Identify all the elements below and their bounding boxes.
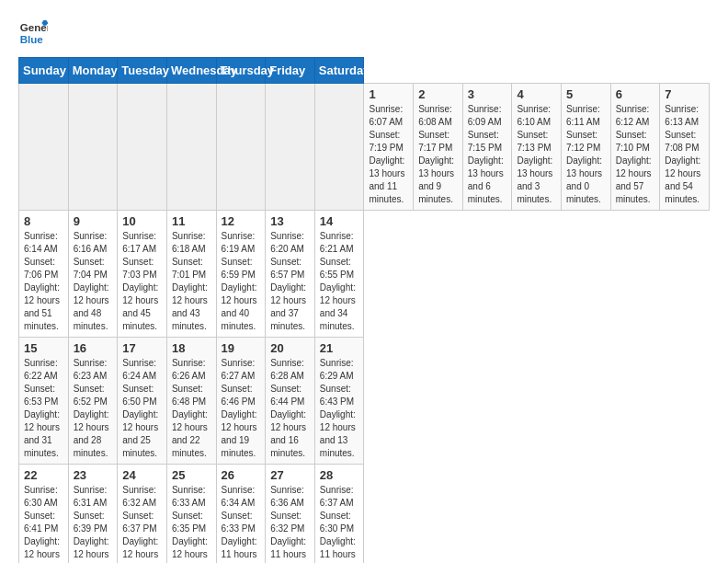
calendar-cell: 1 Sunrise: 6:07 AM Sunset: 7:19 PM Dayli… xyxy=(364,84,414,211)
svg-text:Blue: Blue xyxy=(20,34,44,45)
calendar-week-1: 1 Sunrise: 6:07 AM Sunset: 7:19 PM Dayli… xyxy=(19,84,710,211)
day-number: 27 xyxy=(270,468,310,482)
day-number: 28 xyxy=(320,468,359,482)
calendar-cell: 14 Sunrise: 6:21 AM Sunset: 6:55 PM Dayl… xyxy=(314,211,364,338)
sunset-label: Sunset: 7:19 PM xyxy=(369,130,403,153)
calendar-cell: 24 Sunrise: 6:32 AM Sunset: 6:37 PM Dayl… xyxy=(118,465,167,564)
calendar-cell: 27 Sunrise: 6:36 AM Sunset: 6:32 PM Dayl… xyxy=(266,465,315,564)
calendar-cell: 22 Sunrise: 6:30 AM Sunset: 6:41 PM Dayl… xyxy=(19,465,69,564)
calendar-cell xyxy=(266,84,315,211)
calendar-header-saturday: Saturday xyxy=(314,58,364,84)
daylight-label: Daylight: 12 hours and 19 minutes. xyxy=(222,409,257,458)
calendar-body: 1 Sunrise: 6:07 AM Sunset: 7:19 PM Dayli… xyxy=(19,84,710,564)
daylight-label: Daylight: 12 hours and 25 minutes. xyxy=(122,409,158,458)
day-number: 18 xyxy=(172,341,211,355)
sunset-label: Sunset: 6:35 PM xyxy=(172,511,206,534)
page-header: General Blue xyxy=(18,18,710,48)
day-info: Sunrise: 6:29 AM Sunset: 6:43 PM Dayligh… xyxy=(320,357,359,460)
day-number: 20 xyxy=(270,341,310,355)
calendar-cell: 5 Sunrise: 6:11 AM Sunset: 7:12 PM Dayli… xyxy=(562,84,611,211)
calendar-cell: 16 Sunrise: 6:23 AM Sunset: 6:52 PM Dayl… xyxy=(68,338,118,465)
sunset-label: Sunset: 6:44 PM xyxy=(270,384,304,407)
day-number: 24 xyxy=(122,468,162,482)
sunrise-label: Sunrise: 6:23 AM xyxy=(74,358,108,381)
day-info: Sunrise: 6:18 AM Sunset: 7:01 PM Dayligh… xyxy=(172,230,211,333)
day-number: 10 xyxy=(122,214,162,228)
daylight-label: Daylight: 12 hours and 10 minutes. xyxy=(24,536,60,563)
daylight-label: Daylight: 12 hours and 37 minutes. xyxy=(270,282,306,331)
sunrise-label: Sunrise: 6:14 AM xyxy=(24,231,58,254)
day-info: Sunrise: 6:09 AM Sunset: 7:15 PM Dayligh… xyxy=(468,103,507,206)
sunrise-label: Sunrise: 6:09 AM xyxy=(468,104,502,127)
calendar-week-2: 8 Sunrise: 6:14 AM Sunset: 7:06 PM Dayli… xyxy=(19,211,710,338)
sunrise-label: Sunrise: 6:36 AM xyxy=(270,485,304,508)
calendar-header-tuesday: Tuesday xyxy=(118,58,167,84)
day-number: 3 xyxy=(468,87,507,101)
sunrise-label: Sunrise: 6:07 AM xyxy=(369,104,403,127)
day-info: Sunrise: 6:08 AM Sunset: 7:17 PM Dayligh… xyxy=(418,103,458,206)
daylight-label: Daylight: 12 hours and 34 minutes. xyxy=(320,282,356,331)
day-number: 21 xyxy=(320,341,359,355)
sunset-label: Sunset: 6:33 PM xyxy=(222,511,256,534)
sunset-label: Sunset: 6:43 PM xyxy=(320,384,354,407)
sunset-label: Sunset: 6:53 PM xyxy=(24,384,58,407)
sunrise-label: Sunrise: 6:27 AM xyxy=(222,358,256,381)
sunrise-label: Sunrise: 6:22 AM xyxy=(24,358,58,381)
day-info: Sunrise: 6:22 AM Sunset: 6:53 PM Dayligh… xyxy=(24,357,63,460)
day-number: 15 xyxy=(24,341,63,355)
calendar-header-sunday: Sunday xyxy=(19,58,69,84)
day-number: 22 xyxy=(24,468,63,482)
daylight-label: Daylight: 12 hours and 4 minutes. xyxy=(122,536,158,563)
day-info: Sunrise: 6:37 AM Sunset: 6:30 PM Dayligh… xyxy=(320,484,359,563)
daylight-label: Daylight: 12 hours and 43 minutes. xyxy=(172,282,208,331)
day-info: Sunrise: 6:10 AM Sunset: 7:13 PM Dayligh… xyxy=(517,103,556,206)
daylight-label: Daylight: 12 hours and 31 minutes. xyxy=(24,409,60,458)
daylight-label: Daylight: 13 hours and 11 minutes. xyxy=(369,155,404,204)
calendar-cell xyxy=(166,84,216,211)
day-info: Sunrise: 6:36 AM Sunset: 6:32 PM Dayligh… xyxy=(270,484,310,563)
sunset-label: Sunset: 7:17 PM xyxy=(418,130,452,153)
logo: General Blue xyxy=(18,18,51,48)
calendar-cell: 23 Sunrise: 6:31 AM Sunset: 6:39 PM Dayl… xyxy=(68,465,118,564)
day-info: Sunrise: 6:16 AM Sunset: 7:04 PM Dayligh… xyxy=(74,230,113,333)
daylight-label: Daylight: 13 hours and 0 minutes. xyxy=(566,155,602,204)
calendar-header-thursday: Thursday xyxy=(216,58,266,84)
sunrise-label: Sunrise: 6:24 AM xyxy=(122,358,156,381)
sunrise-label: Sunrise: 6:12 AM xyxy=(616,104,650,127)
day-number: 6 xyxy=(616,87,655,101)
sunrise-label: Sunrise: 6:20 AM xyxy=(270,231,304,254)
calendar-cell: 10 Sunrise: 6:17 AM Sunset: 7:03 PM Dayl… xyxy=(118,211,167,338)
day-number: 8 xyxy=(24,214,63,228)
calendar-cell xyxy=(68,84,118,211)
daylight-label: Daylight: 11 hours and 55 minutes. xyxy=(270,536,306,563)
calendar-cell: 9 Sunrise: 6:16 AM Sunset: 7:04 PM Dayli… xyxy=(68,211,118,338)
calendar-cell: 3 Sunrise: 6:09 AM Sunset: 7:15 PM Dayli… xyxy=(462,84,512,211)
sunrise-label: Sunrise: 6:08 AM xyxy=(418,104,452,127)
sunset-label: Sunset: 7:15 PM xyxy=(468,130,502,153)
calendar-cell: 25 Sunrise: 6:33 AM Sunset: 6:35 PM Dayl… xyxy=(166,465,216,564)
calendar-cell: 8 Sunrise: 6:14 AM Sunset: 7:06 PM Dayli… xyxy=(19,211,69,338)
sunrise-label: Sunrise: 6:30 AM xyxy=(24,485,58,508)
day-number: 2 xyxy=(418,87,458,101)
day-number: 4 xyxy=(517,87,556,101)
calendar-cell xyxy=(118,84,167,211)
day-info: Sunrise: 6:07 AM Sunset: 7:19 PM Dayligh… xyxy=(369,103,408,206)
daylight-label: Daylight: 12 hours and 57 minutes. xyxy=(616,155,652,204)
day-info: Sunrise: 6:19 AM Sunset: 6:59 PM Dayligh… xyxy=(222,230,261,333)
sunset-label: Sunset: 7:10 PM xyxy=(616,130,650,153)
calendar-header-monday: Monday xyxy=(68,58,118,84)
sunrise-label: Sunrise: 6:34 AM xyxy=(222,485,256,508)
day-info: Sunrise: 6:20 AM Sunset: 6:57 PM Dayligh… xyxy=(270,230,310,333)
sunrise-label: Sunrise: 6:29 AM xyxy=(320,358,354,381)
sunset-label: Sunset: 6:46 PM xyxy=(222,384,256,407)
day-number: 17 xyxy=(122,341,162,355)
daylight-label: Daylight: 12 hours and 7 minutes. xyxy=(74,536,109,563)
daylight-label: Daylight: 12 hours and 51 minutes. xyxy=(24,282,60,331)
daylight-label: Daylight: 12 hours and 1 minute. xyxy=(172,536,208,563)
calendar-cell: 26 Sunrise: 6:34 AM Sunset: 6:33 PM Dayl… xyxy=(216,465,266,564)
daylight-label: Daylight: 13 hours and 3 minutes. xyxy=(517,155,552,204)
day-number: 25 xyxy=(172,468,211,482)
sunset-label: Sunset: 6:57 PM xyxy=(270,257,304,280)
sunset-label: Sunset: 6:32 PM xyxy=(270,511,304,534)
day-info: Sunrise: 6:28 AM Sunset: 6:44 PM Dayligh… xyxy=(270,357,310,460)
